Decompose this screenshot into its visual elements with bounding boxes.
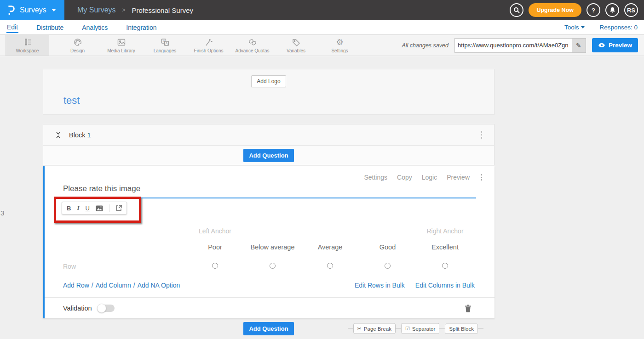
column-header[interactable]: Good — [380, 243, 396, 251]
responses-count[interactable]: Responses: 0 — [599, 24, 638, 31]
toolbar-item-variables[interactable]: Variables — [274, 35, 318, 56]
question-logic-link[interactable]: Logic — [422, 174, 437, 181]
question-preview-link[interactable]: Preview — [447, 174, 470, 181]
question-links-row: Add Row / Add Column / Add NA Option Edi… — [45, 282, 494, 289]
toolbar-item-media-library[interactable]: Media Library — [99, 35, 143, 56]
block-header: Block 1 — [43, 124, 494, 146]
toolbar-item-label: Languages — [154, 48, 177, 53]
bell-icon — [610, 7, 615, 13]
delete-question-button[interactable] — [465, 304, 472, 312]
column-header[interactable]: Below average — [251, 243, 295, 251]
add-question-strip-top: Add Question — [43, 146, 494, 165]
toolbar-item-label: Design — [70, 48, 85, 53]
main-nav: Edit Distribute Analytics Integration To… — [0, 20, 644, 35]
breadcrumb-bar: My Surveys > Professional Survey Upgrade… — [64, 0, 644, 20]
question-title-text[interactable]: Please rate this image — [63, 184, 476, 193]
checkbox-icon: ☑ — [405, 326, 410, 332]
breadcrumb-separator: > — [122, 7, 126, 13]
toolbar-item-label: Media Library — [107, 48, 135, 53]
breadcrumb: My Surveys > Professional Survey — [64, 6, 193, 14]
toolbar-right: All changes saved ✎ Preview — [402, 35, 644, 56]
add-question-button-bottom[interactable]: Add Question — [243, 322, 293, 335]
toolbar-divider — [109, 204, 109, 212]
split-block-label: Split Block — [449, 326, 474, 331]
edit-rows-bulk-link[interactable]: Edit Rows in Bulk — [355, 282, 405, 289]
add-question-button-top[interactable]: Add Question — [243, 149, 293, 162]
radio-button[interactable] — [442, 263, 448, 269]
edit-url-button[interactable]: ✎ — [572, 39, 586, 52]
radio-button[interactable] — [385, 263, 391, 269]
toolbar-item-advance-quotas[interactable]: Advance Quotas — [230, 35, 274, 56]
tab-analytics[interactable]: Analytics — [81, 22, 108, 33]
column-header[interactable]: Poor — [208, 243, 222, 251]
help-button[interactable]: ? — [586, 3, 600, 17]
separator-button[interactable]: ☑ Separator — [401, 323, 439, 334]
add-question-strip-bottom: Add Question ✂ Page Break ☑ Separator Sp… — [43, 318, 494, 339]
italic-button[interactable]: I — [77, 204, 79, 212]
anchor-row: Left Anchor Right Anchor — [63, 227, 494, 235]
questionpro-logo-icon — [6, 5, 16, 16]
toolbar-item-design[interactable]: Design — [56, 35, 99, 56]
product-menu[interactable]: Surveys — [0, 0, 64, 20]
search-icon — [513, 7, 520, 13]
question-copy-link[interactable]: Copy — [397, 174, 412, 181]
validation-toggle[interactable] — [98, 305, 115, 312]
upgrade-now-button[interactable]: Upgrade Now — [529, 3, 581, 17]
underline-button[interactable]: U — [85, 205, 89, 212]
split-block-button[interactable]: Split Block — [445, 323, 478, 333]
page-break-label: Page Break — [364, 326, 391, 331]
gear-icon: ⚙ — [336, 38, 343, 47]
right-anchor-field[interactable]: Right Anchor — [426, 227, 463, 235]
workspace-icon — [23, 38, 32, 47]
left-anchor-field[interactable]: Left Anchor — [199, 227, 231, 235]
toolbar-item-label: Advance Quotas — [236, 48, 270, 53]
add-column-link[interactable]: Add Column — [96, 282, 131, 289]
toolbar-item-settings[interactable]: ⚙ Settings — [318, 35, 362, 56]
edit-columns-bulk-link[interactable]: Edit Columns in Bulk — [415, 282, 475, 289]
toolbar-item-label: Variables — [287, 48, 305, 53]
page-break-button[interactable]: ✂ Page Break — [353, 323, 396, 334]
survey-title[interactable]: test — [63, 95, 494, 107]
pencil-icon: ✎ — [576, 42, 581, 49]
bold-button[interactable]: B — [67, 205, 71, 212]
translate-icon: Ax — [161, 38, 170, 47]
toolbar-item-workspace[interactable]: Workspace — [6, 35, 49, 56]
question-actions: Settings Copy Logic Preview — [45, 166, 494, 181]
collapse-block-icon[interactable] — [55, 131, 61, 139]
insert-image-button[interactable] — [96, 205, 103, 211]
open-external-editor-button[interactable] — [115, 205, 122, 211]
question-menu-kebab-icon[interactable] — [479, 174, 483, 181]
tab-edit[interactable]: Edit — [6, 22, 18, 33]
radio-button[interactable] — [212, 263, 218, 269]
survey-url-field: ✎ — [454, 38, 586, 53]
block-menu-kebab-icon[interactable] — [481, 131, 483, 139]
breadcrumb-my-surveys[interactable]: My Surveys — [77, 6, 116, 14]
radio-button[interactable] — [327, 263, 333, 269]
column-header[interactable]: Average — [318, 243, 343, 251]
question-number: 3 — [0, 209, 4, 217]
matrix-row: Row — [63, 262, 494, 271]
format-toolbar: B I U — [62, 202, 127, 215]
column-header[interactable]: Excellent — [431, 243, 459, 251]
tools-menu[interactable]: Tools — [564, 24, 585, 31]
add-row-link[interactable]: Add Row — [63, 282, 89, 289]
radio-button[interactable] — [270, 263, 276, 269]
avatar[interactable]: RS — [624, 3, 638, 17]
question-settings-link[interactable]: Settings — [364, 174, 387, 181]
add-logo-button[interactable]: Add Logo — [251, 75, 286, 87]
toolbar-item-languages[interactable]: Ax Languages — [143, 35, 187, 56]
notifications-button[interactable] — [605, 3, 619, 17]
tab-integration[interactable]: Integration — [126, 22, 157, 33]
toolbar-item-finish-options[interactable]: Finish Options — [187, 35, 230, 56]
tools-label: Tools — [564, 24, 579, 31]
row-label-field[interactable]: Row — [63, 263, 76, 270]
header-actions: Upgrade Now ? RS — [510, 3, 644, 17]
survey-url-input[interactable] — [455, 42, 572, 49]
add-na-option-link[interactable]: Add NA Option — [138, 282, 180, 289]
search-button[interactable] — [510, 3, 523, 17]
block-title[interactable]: Block 1 — [69, 131, 91, 139]
preview-button[interactable]: Preview — [592, 38, 638, 52]
scissors-icon: ✂ — [357, 326, 362, 332]
svg-text:A: A — [165, 42, 167, 45]
tab-distribute[interactable]: Distribute — [36, 22, 64, 33]
